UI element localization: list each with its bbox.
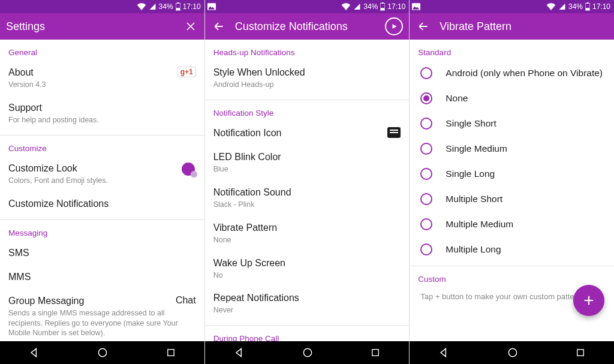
radio-icon — [420, 143, 432, 155]
svg-point-15 — [508, 348, 516, 356]
nav-back-icon[interactable] — [438, 347, 450, 359]
page-title: Settings — [6, 20, 45, 33]
row-vibrate[interactable]: Vibrate PatternNone — [205, 216, 410, 251]
play-icon[interactable] — [385, 17, 403, 35]
signal-icon — [558, 3, 566, 10]
radio-list: Android (only when Phone on Vibrate)None… — [410, 61, 614, 262]
row-about[interactable]: About Version 4.3 g+1 — [0, 61, 204, 96]
radio-icon — [420, 193, 432, 205]
nav-bar — [410, 341, 614, 364]
status-bar: 34% 17:10 — [0, 0, 204, 13]
wifi-icon — [137, 3, 146, 10]
nav-home-icon[interactable] — [302, 347, 314, 359]
battery-pct: 34% — [568, 2, 583, 11]
section-custom: Custom — [410, 266, 614, 287]
customize-look-title: Customize Look — [8, 163, 176, 175]
nav-recent-icon[interactable] — [165, 347, 176, 358]
svg-rect-2 — [176, 8, 180, 10]
nav-home-icon[interactable] — [97, 347, 109, 359]
content: Standard Android (only when Phone on Vib… — [410, 40, 614, 341]
radio-option[interactable]: Multiple Long — [410, 237, 614, 262]
section-headsup: Heads-up Notifications — [205, 40, 410, 61]
radio-option[interactable]: Android (only when Phone on Vibrate) — [410, 61, 614, 86]
radio-option[interactable]: Multiple Short — [410, 186, 614, 212]
close-icon[interactable] — [183, 19, 198, 34]
back-icon[interactable] — [211, 19, 227, 34]
radio-label: None — [446, 93, 468, 104]
group-sub: Sends a single MMS message addressed to … — [8, 308, 196, 339]
row-notif-icon[interactable]: Notification Icon — [205, 121, 410, 145]
wifi-icon — [341, 3, 351, 10]
phone-customize-notifications: 34% 17:10 Customize Notifications Heads-… — [205, 0, 410, 364]
plus-icon — [582, 294, 595, 307]
radio-icon — [420, 243, 432, 255]
row-sound[interactable]: Notification SoundSlack - Plink — [205, 181, 410, 216]
svg-point-3 — [99, 348, 107, 356]
support-title: Support — [8, 102, 196, 114]
group-title: Group Messaging — [8, 295, 170, 307]
radio-option[interactable]: Single Medium — [410, 136, 614, 161]
section-general: General — [0, 40, 204, 61]
svg-rect-16 — [577, 350, 584, 356]
section-standard: Standard — [410, 40, 614, 61]
battery-pct: 34% — [159, 2, 173, 11]
row-wake[interactable]: Wake Up ScreenNo — [205, 251, 410, 287]
row-customize-look[interactable]: Customize Look Colors, Font and Emoji st… — [0, 157, 204, 192]
radio-option[interactable]: None — [410, 86, 614, 111]
gplus-badge[interactable]: g+1 — [177, 67, 196, 77]
battery-pct: 34% — [363, 2, 378, 11]
clock: 17:10 — [592, 2, 610, 11]
section-notif-style: Notification Style — [205, 100, 410, 121]
radio-label: Single Short — [446, 118, 496, 129]
phone-vibrate-pattern: 34% 17:10 Vibrate Pattern Standard Andro… — [410, 0, 614, 364]
radio-icon — [420, 218, 432, 230]
nav-recent-icon[interactable] — [575, 347, 586, 358]
svg-rect-14 — [586, 8, 589, 10]
nav-recent-icon[interactable] — [370, 347, 381, 358]
signal-icon — [353, 3, 361, 10]
about-title: About — [8, 67, 171, 79]
nav-home-icon[interactable] — [507, 347, 519, 359]
picture-icon — [412, 3, 420, 10]
customize-notifications-title: Customize Notifications — [8, 198, 196, 210]
row-group-messaging[interactable]: Group Messaging Chat Sends a single MMS … — [0, 289, 204, 341]
svg-point-9 — [303, 348, 311, 356]
app-bar: Customize Notifications — [205, 13, 410, 40]
svg-rect-10 — [372, 350, 379, 356]
status-bar: 34% 17:10 — [410, 0, 614, 13]
radio-option[interactable]: Single Long — [410, 161, 614, 186]
phone-settings: 34% 17:10 Settings General About Version… — [0, 0, 205, 364]
row-sms[interactable]: SMS — [0, 241, 204, 265]
row-style-unlocked[interactable]: Style When Unlocked Android Heads-up — [205, 61, 410, 96]
row-led[interactable]: LED Blink ColorBlue — [205, 145, 410, 181]
content: Heads-up Notifications Style When Unlock… — [205, 40, 410, 341]
signal-icon — [149, 3, 156, 10]
battery-icon — [585, 2, 590, 11]
row-mms[interactable]: MMS — [0, 265, 204, 289]
battery-icon — [176, 2, 180, 11]
wifi-icon — [546, 3, 556, 10]
page-title: Vibrate Pattern — [440, 20, 511, 33]
svg-rect-4 — [167, 350, 174, 356]
radio-label: Multiple Long — [446, 244, 501, 255]
row-customize-notifications[interactable]: Customize Notifications — [0, 192, 204, 216]
back-icon[interactable] — [416, 19, 431, 34]
radio-icon — [420, 168, 432, 180]
customize-look-sub: Colors, Font and Emoji styles. — [8, 176, 176, 186]
nav-back-icon[interactable] — [28, 347, 40, 359]
radio-label: Single Medium — [446, 143, 507, 154]
content: General About Version 4.3 g+1 Support Fo… — [0, 40, 204, 341]
nav-back-icon[interactable] — [233, 347, 245, 359]
clock: 17:10 — [183, 2, 201, 11]
app-bar: Settings — [0, 13, 204, 40]
row-support[interactable]: Support For help and posting ideas. — [0, 96, 204, 131]
fab-add[interactable] — [573, 285, 604, 316]
radio-label: Multiple Short — [446, 194, 502, 204]
radio-option[interactable]: Multiple Medium — [410, 212, 614, 237]
row-repeat[interactable]: Repeat NotificationsNever — [205, 286, 410, 321]
picture-icon — [207, 3, 216, 10]
nav-bar — [0, 341, 204, 364]
radio-option[interactable]: Single Short — [410, 111, 614, 136]
section-customize: Customize — [0, 136, 204, 157]
status-bar: 34% 17:10 — [205, 0, 410, 13]
